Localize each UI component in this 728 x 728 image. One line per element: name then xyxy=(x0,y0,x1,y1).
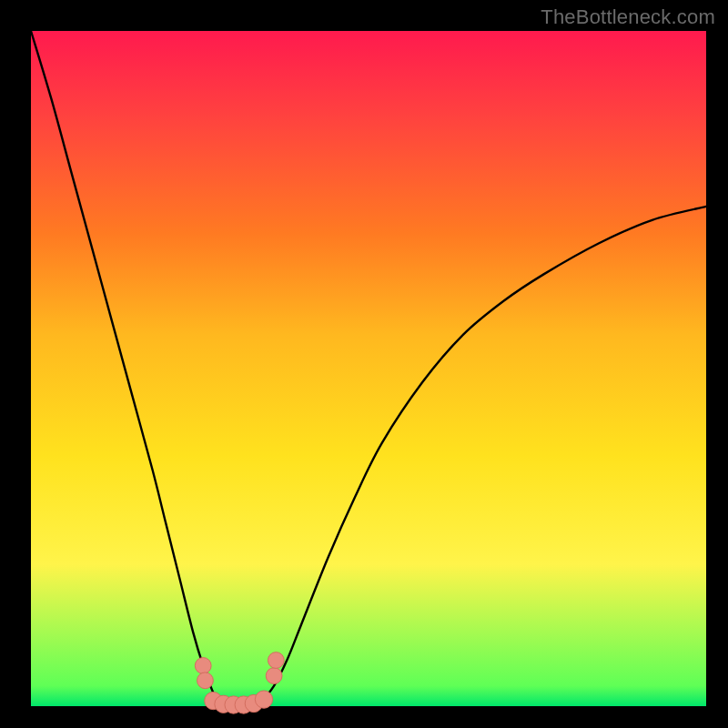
data-marker xyxy=(255,691,272,708)
chart-frame: TheBottleneck.com xyxy=(0,0,728,728)
curve-left-branch xyxy=(31,31,220,703)
data-marker xyxy=(268,652,284,669)
data-marker xyxy=(195,658,211,674)
watermark-text: TheBottleneck.com xyxy=(541,5,715,29)
plot-area xyxy=(31,31,706,706)
data-markers xyxy=(195,652,284,714)
data-marker xyxy=(266,668,282,684)
curve-right-branch xyxy=(260,207,706,703)
data-marker xyxy=(197,672,214,689)
bottleneck-curve xyxy=(31,31,706,706)
